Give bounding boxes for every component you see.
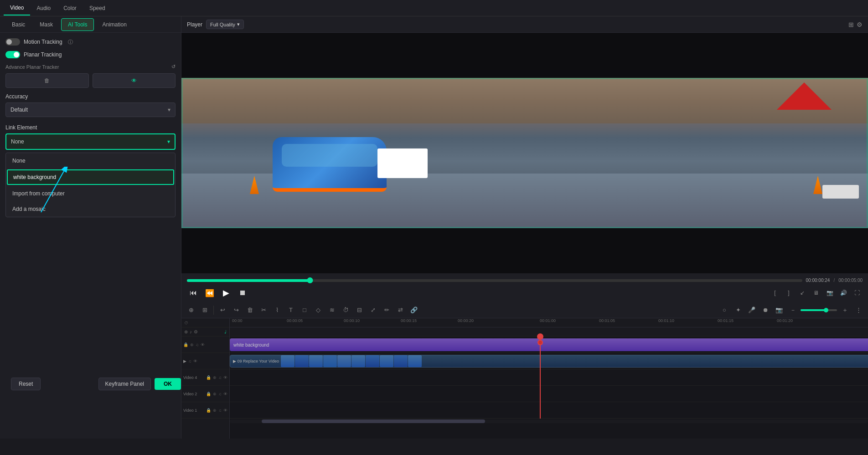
tl-mic-icon[interactable]: 🎤 xyxy=(746,304,758,316)
accuracy-chevron-icon: ▾ xyxy=(168,107,170,113)
white-background-clip[interactable]: white background xyxy=(230,338,868,351)
add-track-icon[interactable]: ⊕ xyxy=(184,329,188,334)
reset-button[interactable]: Reset xyxy=(11,378,41,390)
bracket-left-icon[interactable]: [ xyxy=(770,287,780,298)
lock-icon[interactable]: 🔒 xyxy=(183,343,188,347)
volume-icon[interactable]: 🔊 xyxy=(838,287,849,298)
tab-color[interactable]: Color xyxy=(57,1,83,15)
tl-dots-icon[interactable]: ⋮ xyxy=(852,304,864,316)
v1-audio-icon[interactable]: ♫ xyxy=(218,408,222,413)
ok-button[interactable]: OK xyxy=(155,378,181,390)
video-main-clip[interactable]: ▶ 09 Replace Your Video xyxy=(230,355,868,368)
tab-basic[interactable]: Basic xyxy=(5,19,31,31)
tl-circle-icon[interactable]: ○ xyxy=(718,304,730,316)
timeline-text-icon[interactable]: T xyxy=(285,304,297,316)
timeline-arrows-icon[interactable]: ⇄ xyxy=(394,304,406,316)
link-element-dropdown[interactable]: None ▾ xyxy=(5,133,176,150)
playback-controls: ⏮ ⏪ ▶ ⏹ [ ] ↙ 🖥 📷 🔊 ⛶ xyxy=(187,286,863,299)
link-element-options: None white background Import from comput… xyxy=(5,153,176,217)
quality-value: Full Quality xyxy=(210,22,235,27)
settings-icon[interactable]: ⚙ xyxy=(857,21,863,28)
timeline-clock-icon[interactable]: ⏱ xyxy=(340,304,351,316)
tl-zoom-in-icon[interactable]: ＋ xyxy=(839,304,851,316)
v1-lock-icon[interactable]: 🔒 xyxy=(206,408,211,413)
tab-audio[interactable]: Audio xyxy=(30,1,57,15)
right-panel: Player Full Quality ▾ ⊞ ⚙ xyxy=(181,16,868,439)
white-background-clip-label: white background xyxy=(233,343,269,348)
screen-icon[interactable]: 🖥 xyxy=(811,287,822,298)
v4-audio-icon[interactable]: ♫ xyxy=(218,375,222,380)
visible-icon[interactable]: 👁 xyxy=(201,343,205,347)
tl-record-icon[interactable]: ⏺ xyxy=(760,304,771,316)
tl-camera-icon[interactable]: 📷 xyxy=(773,304,785,316)
v2-add-icon[interactable]: ⊕ xyxy=(213,392,217,396)
v1-add-icon[interactable]: ⊕ xyxy=(213,408,217,413)
track-content-area[interactable]: 00:00 00:00:05 00:00:10 00:00:15 00:00:2… xyxy=(230,318,868,439)
timeline-motion-icon[interactable]: ≋ xyxy=(326,304,338,316)
v1-eye-icon[interactable]: 👁 xyxy=(223,408,227,413)
timeline-delete-icon[interactable]: 🗑 xyxy=(244,304,256,316)
video-clip-label: ▶ 09 Replace Your Video xyxy=(233,359,279,363)
link-element-label: Link Element xyxy=(5,124,176,131)
timeline-shape-icon[interactable]: ◇ xyxy=(312,304,324,316)
horizontal-scrollbar[interactable] xyxy=(230,419,868,423)
accuracy-dropdown[interactable]: Default ▾ xyxy=(5,102,176,117)
timeline-add-icon[interactable]: ⊕ xyxy=(185,304,197,316)
zoom-slider[interactable] xyxy=(801,309,837,311)
add-audio-icon[interactable]: ♪ xyxy=(190,329,192,334)
step-back-button[interactable]: ⏮ xyxy=(187,286,200,299)
audio-icon2[interactable]: ♫ xyxy=(188,359,191,363)
frame-back-button[interactable]: ⏪ xyxy=(203,286,216,299)
timeline-rect-icon[interactable]: □ xyxy=(299,304,310,316)
tab-animation[interactable]: Animation xyxy=(96,19,133,31)
master-metronome-icon[interactable]: ♩ xyxy=(224,329,227,334)
tracker-eye-btn[interactable]: 👁 xyxy=(93,73,176,88)
bracket-right-icon[interactable]: ] xyxy=(783,287,794,298)
stop-button[interactable]: ⏹ xyxy=(236,286,249,299)
v2-audio-icon[interactable]: ♫ xyxy=(218,392,222,396)
timeline-grid-icon[interactable]: ⊞ xyxy=(199,304,211,316)
master-settings-icon[interactable]: ⚙ xyxy=(194,329,198,334)
motion-tracking-toggle[interactable] xyxy=(5,38,20,46)
option-import-computer[interactable]: Import from computer xyxy=(6,186,175,201)
timeline-redo-icon[interactable]: ↪ xyxy=(230,304,242,316)
timeline-transform-icon[interactable]: ⤢ xyxy=(367,304,379,316)
option-white-background[interactable]: white background xyxy=(7,169,174,185)
timeline-split-icon[interactable]: ⌇ xyxy=(271,304,283,316)
expand-icon[interactable]: ⊞ xyxy=(848,21,854,28)
option-add-mosaic[interactable]: Add a mosaic xyxy=(6,201,175,217)
v4-eye-icon[interactable]: 👁 xyxy=(223,375,227,380)
timeline-link-icon[interactable]: 🔗 xyxy=(408,304,420,316)
audio-layer-icon[interactable]: ♫ xyxy=(196,343,199,347)
visible-icon2[interactable]: 👁 xyxy=(193,359,197,363)
play-button[interactable]: ▶ xyxy=(220,286,232,299)
camera-icon[interactable]: 📷 xyxy=(824,287,835,298)
timeline-undo-icon[interactable]: ↩ xyxy=(217,304,228,316)
timeline-scissors-icon[interactable]: ✂ xyxy=(258,304,269,316)
ruler-mark-15: 00:00:15 xyxy=(401,318,417,323)
planar-tracking-toggle[interactable] xyxy=(5,51,20,58)
quality-selector[interactable]: Full Quality ▾ xyxy=(206,20,244,29)
v2-eye-icon[interactable]: 👁 xyxy=(223,392,227,396)
option-none[interactable]: None xyxy=(6,153,175,169)
advance-planar-tracker-label: Advance Planar Tracker ↺ xyxy=(5,64,176,70)
v2-lock-icon[interactable]: 🔒 xyxy=(206,392,211,396)
reset-tracker-icon[interactable]: ↺ xyxy=(171,64,176,70)
tab-speed[interactable]: Speed xyxy=(83,1,112,15)
add-layer-icon[interactable]: ⊕ xyxy=(190,343,194,347)
tab-mask[interactable]: Mask xyxy=(33,19,59,31)
tl-zoom-out-icon[interactable]: － xyxy=(787,304,799,316)
progress-bar-container[interactable] xyxy=(187,279,802,282)
tab-video[interactable]: Video xyxy=(4,1,30,15)
prev-frame-icon[interactable]: ↙ xyxy=(797,287,808,298)
empty-track-row-2 xyxy=(230,386,868,402)
tab-ai-tools[interactable]: AI Tools xyxy=(61,18,94,31)
tracker-delete-btn[interactable]: 🗑 xyxy=(5,73,89,88)
tl-star-icon[interactable]: ✦ xyxy=(732,304,744,316)
timeline-pen-icon[interactable]: ✏ xyxy=(381,304,393,316)
keyframe-panel-button[interactable]: Keyframe Panel xyxy=(98,378,151,390)
fullscreen-icon[interactable]: ⛶ xyxy=(852,287,863,298)
v4-add-icon[interactable]: ⊕ xyxy=(213,375,217,380)
timeline-crop-icon[interactable]: ⊟ xyxy=(353,304,365,316)
v4-lock-icon[interactable]: 🔒 xyxy=(206,375,211,380)
